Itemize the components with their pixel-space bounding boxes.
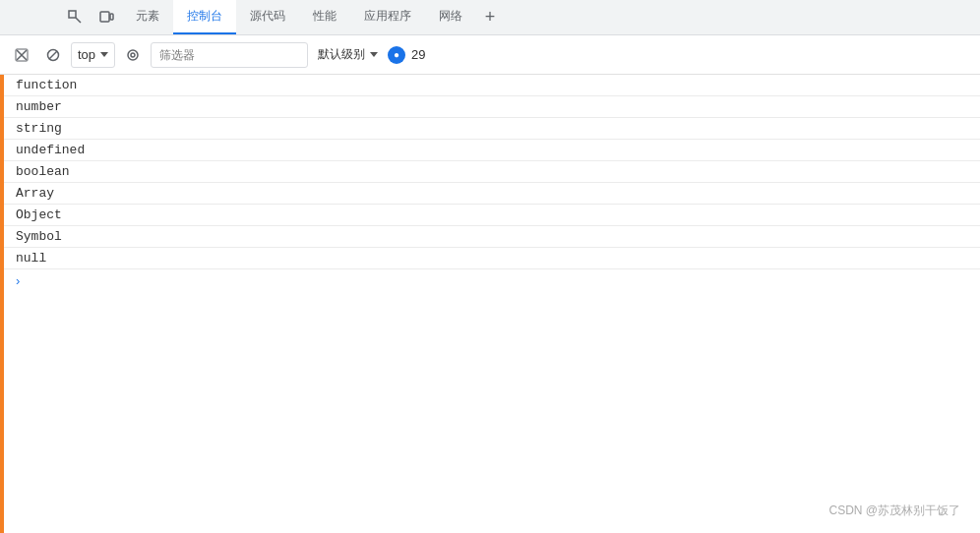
- clear-console-button[interactable]: [8, 41, 35, 69]
- level-selector-chevron: [370, 52, 378, 57]
- context-selector[interactable]: top: [71, 42, 115, 68]
- svg-point-6: [131, 53, 135, 57]
- filter-input[interactable]: [151, 42, 308, 68]
- console-row[interactable]: Array: [4, 183, 980, 205]
- inspect-element-icon[interactable]: [59, 0, 91, 34]
- console-toolbar: top 默认级别 ● 29: [0, 35, 980, 75]
- badge-icon: ●: [388, 46, 405, 64]
- device-toggle-icon[interactable]: [91, 0, 122, 34]
- svg-rect-2: [110, 14, 113, 20]
- log-level-selector[interactable]: 默认级别: [312, 42, 384, 68]
- svg-rect-1: [100, 12, 109, 22]
- console-row[interactable]: null: [4, 248, 980, 269]
- prompt-row: ›: [4, 269, 980, 291]
- svg-point-5: [128, 50, 138, 60]
- tab-bar: 元素 控制台 源代码 性能 应用程序 网络 +: [0, 0, 980, 35]
- console-row[interactable]: undefined: [4, 140, 980, 161]
- add-tab-button[interactable]: +: [476, 0, 504, 34]
- tab-console[interactable]: 控制台: [173, 0, 236, 34]
- context-selector-chevron: [100, 52, 108, 57]
- console-row[interactable]: Object: [4, 205, 980, 226]
- tab-elements[interactable]: 元素: [122, 0, 173, 34]
- console-row[interactable]: boolean: [4, 161, 980, 183]
- prompt-chevron[interactable]: ›: [16, 273, 20, 288]
- watermark: CSDN @苏茂林别干饭了: [828, 503, 960, 519]
- watch-button[interactable]: [119, 41, 147, 69]
- console-row[interactable]: function: [4, 75, 980, 96]
- tab-application[interactable]: 应用程序: [350, 0, 425, 34]
- message-count: ● 29: [388, 46, 425, 64]
- console-row[interactable]: Symbol: [4, 226, 980, 248]
- console-row[interactable]: number: [4, 96, 980, 118]
- main-content: functionnumberstringundefinedbooleanArra…: [0, 75, 980, 533]
- block-button[interactable]: [39, 41, 67, 69]
- console-row[interactable]: string: [4, 118, 980, 140]
- tab-sources[interactable]: 源代码: [236, 0, 299, 34]
- tab-performance[interactable]: 性能: [299, 0, 350, 34]
- console-output: functionnumberstringundefinedbooleanArra…: [4, 75, 980, 533]
- tab-network[interactable]: 网络: [425, 0, 476, 34]
- svg-rect-0: [69, 11, 76, 18]
